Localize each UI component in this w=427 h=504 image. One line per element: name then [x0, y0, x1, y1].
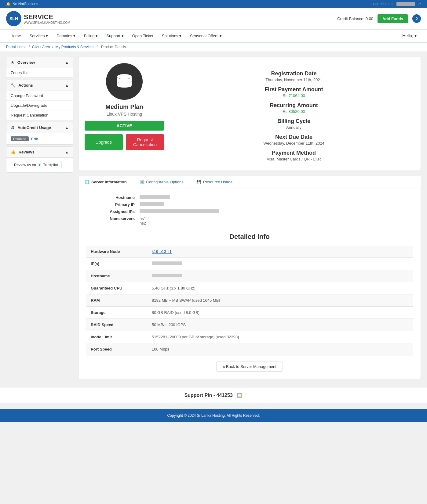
product-type: Linux VPS Hosting [85, 112, 164, 117]
payment-method-value: Visa, Master Cards / QR - LKR [173, 157, 414, 161]
primary-ip-label: Primary IP [86, 202, 135, 207]
brand-text: SERVICE WWW.SRILANKAHOSTING.COM [24, 13, 70, 24]
chevron-up-icon-3: ▲ [65, 126, 69, 130]
detail-link[interactable]: k19-b13-lt1 [152, 249, 172, 254]
logo-area: SLH SERVICE WWW.SRILANKAHOSTING.COM [6, 11, 70, 26]
trustpilot-button[interactable]: Review us on ★ Trustpilot [11, 161, 61, 169]
breadcrumb-product-details: Product Details [101, 45, 126, 49]
bell-icon: 🔔 [6, 2, 11, 6]
copy-icon[interactable]: 📋 [236, 393, 243, 398]
detail-value: 100 Mbps [147, 343, 413, 355]
breadcrumb-portal-home[interactable]: Portal Home [6, 45, 27, 49]
detail-label: RAM [86, 294, 147, 307]
back-to-server-management-button[interactable]: « Back to Server Management [216, 362, 283, 372]
product-right: Registration Date Thursday, November 11t… [173, 63, 414, 164]
credit-balance: Credit Balance: 0.00 [337, 16, 373, 21]
top-bar-right: Logged in as: ↗ [371, 2, 421, 6]
product-name: Medium Plan [85, 103, 164, 110]
sidebar-overview-header[interactable]: ★ Overview ▲ [6, 57, 73, 68]
sidebar-actions-header[interactable]: 🔧 Actions ▲ [6, 80, 73, 91]
upgrade-button[interactable]: Upgrade [85, 134, 123, 150]
sidebar-autocredit-header[interactable]: 🖨 AutoCredit Usage ▲ [6, 122, 73, 133]
globe-icon: 🌐 [85, 180, 89, 184]
product-status: ACTIVE [85, 121, 164, 131]
sidebar-autocredit-section: 🖨 AutoCredit Usage ▲ Disabled Edit [6, 122, 73, 145]
first-payment-label: First Payment Amount [173, 86, 414, 93]
nav-billing[interactable]: Billing ▾ [80, 30, 102, 42]
table-row: Storage80 GB RAID (used 8.0 GB) [86, 307, 413, 319]
detail-label: Inode Limit [86, 331, 147, 343]
sidebar-item-zones-list[interactable]: Zones list [6, 68, 73, 77]
table-row: RAID Speed50 MB/s, 200 IOPS [86, 319, 413, 331]
notifications-label: No Notifications [13, 2, 38, 6]
sidebar-item-change-password[interactable]: Change Password [6, 91, 73, 101]
copyright-text: Copyright © 2024 SriLanka Hosting. All R… [167, 413, 260, 418]
table-row: Guaranteed CPU5.40 GHz (3 x 1.80 GHz) [86, 282, 413, 294]
table-row: Inode Limit5152281 (20000 per GB of stor… [86, 331, 413, 343]
detail-label: RAID Speed [86, 319, 147, 331]
sidebar-reviews-header[interactable]: 👍 Reviews ▲ [6, 147, 73, 158]
tab-server-information[interactable]: 🌐 Server Information [78, 176, 133, 188]
detail-value [147, 270, 413, 282]
sidebar-overview-section: ★ Overview ▲ Zones list [6, 57, 73, 78]
top-bar: 🔔 No Notifications Logged in as: ↗ [0, 0, 427, 8]
svg-point-0 [117, 74, 132, 79]
nav-seasonal-offers[interactable]: Seasonal Offers ▾ [186, 30, 226, 42]
next-due-value: Wednesday, December 11th, 2024 [173, 141, 414, 146]
credit-icon: 🖨 [11, 125, 15, 130]
trustpilot-star-icon: ★ [38, 163, 41, 167]
username-display [396, 2, 415, 6]
autocredit-edit-link[interactable]: Edit [31, 137, 38, 141]
breadcrumb-client-area[interactable]: Client Area [32, 45, 50, 49]
sidebar-actions-section: 🔧 Actions ▲ Change Password Upgrade/Down… [6, 80, 73, 120]
nav-home[interactable]: Home [6, 30, 25, 42]
gear-icon: ⚙️ [140, 180, 144, 184]
brand-url: WWW.SRILANKAHOSTING.COM [24, 21, 70, 24]
detail-label: Storage [86, 307, 147, 319]
nav-services[interactable]: Services ▾ [25, 30, 52, 42]
table-row: Hostname [86, 270, 413, 282]
thumbs-up-icon: 👍 [11, 150, 16, 154]
main-content: Medium Plan Linux VPS Hosting ACTIVE Upg… [78, 57, 421, 379]
external-link-icon[interactable]: ↗ [418, 2, 421, 6]
registration-date-value: Thursday, November 11th, 2021 [173, 77, 414, 82]
logo-icon: SLH [6, 11, 21, 26]
server-info-panel: Hostname Primary IP Assigned IPs Nameser… [78, 188, 421, 379]
sidebar-item-request-cancellation[interactable]: Request Cancellation [6, 110, 73, 120]
product-actions: Upgrade Request Cancellation [85, 134, 164, 150]
header: SLH SERVICE WWW.SRILANKAHOSTING.COM Cred… [0, 8, 427, 30]
detail-value: 5.40 GHz (3 x 1.80 GHz) [147, 282, 413, 294]
hostname-label: Hostname [86, 195, 135, 200]
product-icon [106, 63, 143, 100]
tab-resource-usage[interactable]: 💾 Resource Usage [190, 176, 239, 188]
autocredit-content: Disabled Edit [6, 133, 73, 144]
breadcrumb-my-products[interactable]: My Products & Services [55, 45, 94, 49]
brand-name: SERVICE [24, 13, 70, 21]
nav-support[interactable]: Support ▾ [102, 30, 128, 42]
tab-configurable-options[interactable]: ⚙️ Configurable Options [133, 176, 190, 188]
detail-value: 5152281 (20000 per GB of storage) (used … [147, 331, 413, 343]
server-info-grid: Hostname Primary IP Assigned IPs Nameser… [86, 195, 413, 225]
nav-open-ticket[interactable]: Open Ticket [128, 30, 158, 42]
table-row: RAM8192 MB + MB SWAP (used 1645 MB) [86, 294, 413, 307]
detail-label: IP(s) [86, 258, 147, 270]
nav-domains[interactable]: Domains ▾ [52, 30, 80, 42]
hostname-value [140, 195, 413, 200]
billing-cycle-label: Billing Cycle [173, 118, 414, 124]
next-due-label: Next Due Date [173, 134, 414, 140]
assigned-ips-value [140, 209, 413, 214]
nav-solutions[interactable]: Solutions ▾ [158, 30, 186, 42]
detail-label: Hardware Node [86, 246, 147, 258]
first-payment-value: Rs.71064.00 [173, 93, 414, 98]
notifications-badge[interactable]: 0 [412, 14, 421, 23]
add-funds-button[interactable]: Add Funds [378, 14, 408, 23]
cancel-button[interactable]: Request Cancellation [126, 134, 164, 150]
sidebar-item-upgrade-downgrade[interactable]: Upgrade/Downgrade [6, 101, 73, 110]
detail-value: 80 GB RAID (used 8.0 GB) [147, 307, 413, 319]
chevron-up-icon-2: ▲ [65, 83, 69, 88]
chevron-up-icon-4: ▲ [65, 150, 69, 154]
detail-value: 50 MB/s, 200 IOPS [147, 319, 413, 331]
tabs: 🌐 Server Information ⚙️ Configurable Opt… [78, 176, 421, 188]
sidebar: ★ Overview ▲ Zones list 🔧 Actions ▲ Chan… [6, 57, 73, 379]
registration-date-label: Registration Date [173, 70, 414, 77]
